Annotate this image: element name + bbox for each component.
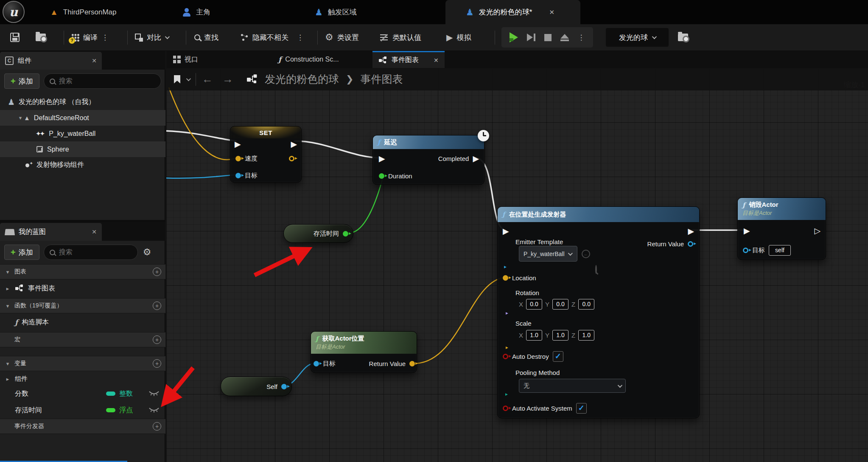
close-panel-icon[interactable]: ✕ [92, 228, 97, 235]
asset-tab-protagonist[interactable]: 主角 [162, 0, 294, 24]
auto-activate-checkbox[interactable]: ✓ [576, 403, 587, 414]
float-pin-icon[interactable] [343, 231, 348, 237]
debug-browse-button[interactable] [678, 24, 688, 51]
close-tab-icon[interactable]: ✕ [434, 57, 439, 64]
tab-viewport[interactable]: 视口 [167, 51, 204, 68]
unreal-logo-icon[interactable]: u [3, 1, 25, 23]
float-pin-icon[interactable] [289, 156, 294, 161]
hide-unrelated-options-icon[interactable]: ⋮ [297, 33, 304, 42]
chevron-down-icon[interactable] [186, 76, 191, 81]
play-options-icon[interactable]: ⋮ [578, 33, 585, 42]
tab-my-blueprint[interactable]: 我的蓝图 ✕ [0, 223, 102, 241]
exec-in-pin[interactable]: ▶ [744, 225, 750, 236]
variable-type-pill-int[interactable] [106, 392, 115, 396]
tab-construction-script[interactable]: ƒ Construction Sc... [272, 51, 345, 68]
component-row-projectile-movement[interactable]: 发射物移动组件 [0, 157, 165, 173]
node-self[interactable]: Self [221, 377, 292, 396]
add-event-dispatcher-icon[interactable]: + [153, 422, 161, 431]
section-functions[interactable]: ▾ 函数（19可覆盖） + [0, 298, 165, 313]
blueprint-settings-gear-icon[interactable]: ⚙ [143, 248, 151, 257]
pin-speed[interactable]: 速度 [235, 153, 258, 164]
pin-return-value[interactable]: Return Value [369, 358, 415, 369]
asset-tab-thirdpersonmap[interactable]: ▲ ThirdPersonMap [30, 0, 162, 24]
bookmark-icon[interactable] [174, 75, 180, 84]
wire-set-to-delay[interactable] [294, 141, 383, 158]
find-button[interactable]: 查找 [194, 24, 218, 51]
section-macros[interactable]: 宏 + [0, 332, 165, 347]
object-pin-icon[interactable] [688, 241, 693, 247]
class-defaults-button[interactable]: 类默认值 [380, 24, 421, 51]
breadcrumb-root[interactable]: 发光的粉色的球 [265, 72, 339, 86]
row-construction-script[interactable]: ƒ 构造脚本 [0, 314, 165, 330]
exec-out-pin[interactable]: ▷ [814, 225, 820, 236]
scale-x-input[interactable]: 1.0 [526, 330, 542, 341]
wire-exec-in-set[interactable] [166, 131, 237, 141]
components-search-input[interactable] [59, 77, 155, 85]
object-pin-icon[interactable] [743, 248, 748, 253]
pin-target[interactable]: 目标 [235, 170, 258, 181]
object-pin-icon[interactable] [235, 173, 241, 178]
add-blueprint-item-button[interactable]: + 添加 [4, 245, 39, 260]
vector-pin-icon[interactable] [503, 275, 508, 281]
rotation-y-input[interactable]: 0.0 [552, 299, 568, 310]
pin-location[interactable]: Location [503, 272, 536, 283]
node-delay[interactable]: ƒ 延迟 ▶ Completed ▶ Duration [372, 135, 484, 185]
wire-speed[interactable] [169, 87, 238, 160]
add-variable-icon[interactable]: + [153, 359, 161, 368]
add-macro-icon[interactable]: + [153, 335, 161, 344]
pin-return-value[interactable]: Return Value [647, 238, 693, 249]
exec-in-pin[interactable]: ▶ [379, 153, 385, 164]
row-event-graph[interactable]: ▸ 事件图表 [0, 280, 165, 296]
node-get-actor-location[interactable]: ƒ 获取Actor位置 目标是Actor 目标 Return Value [311, 331, 417, 373]
exec-out-pin[interactable]: ▶ [688, 225, 694, 237]
bool-pin-icon[interactable] [503, 406, 508, 411]
emitter-template-dropdown[interactable]: P_ky_waterBall [519, 246, 577, 262]
tab-components[interactable]: C 组件 ✕ [0, 52, 102, 70]
component-row-self[interactable]: ♟ 发光的粉色的球 （自我） [0, 94, 165, 110]
caret-down-icon[interactable]: ▾ [4, 361, 11, 367]
myblueprint-search-input[interactable] [59, 248, 132, 256]
section-event-dispatchers[interactable]: 事件分发器 + [0, 419, 165, 434]
rotation-x-input[interactable]: 0.0 [526, 299, 542, 310]
caret-down-icon[interactable]: ▾ [4, 303, 11, 309]
rotation-z-input[interactable]: 0.0 [578, 299, 594, 310]
section-variables[interactable]: ▾ 变量 + [0, 356, 165, 371]
node-spawn-emitter-at-location[interactable]: ƒ 在位置处生成发射器 ▶ ▶ Emitter Template P_ky_wa… [497, 206, 700, 418]
wire-lifetime-to-duration[interactable] [351, 177, 383, 233]
eye-closed-icon[interactable] [148, 407, 160, 414]
back-arrow-icon[interactable]: ← [202, 73, 213, 86]
reset-to-default-icon[interactable]: ← [582, 250, 590, 258]
diff-button[interactable]: 对比 [135, 24, 168, 51]
class-settings-button[interactable]: ⚙ 类设置 [325, 24, 359, 51]
variable-type-pill-float[interactable] [106, 408, 115, 412]
close-panel-icon[interactable]: ✕ [92, 57, 97, 64]
stop-button[interactable] [544, 34, 552, 41]
components-search[interactable] [44, 73, 161, 89]
eye-closed-icon[interactable] [148, 390, 160, 397]
browse-asset-button[interactable] [36, 24, 46, 51]
debug-object-dropdown[interactable]: 发光的球 [606, 28, 669, 47]
node-get-lifetime[interactable]: 存活时间 [283, 224, 353, 243]
node-destroy-actor[interactable]: ƒ 销毁Actor 目标是Actor ▶ ▷ 目标 self [737, 197, 826, 260]
pooling-method-dropdown[interactable]: 无 [519, 379, 626, 393]
eject-button[interactable] [560, 34, 569, 41]
row-variable-lifetime[interactable]: 存活时间 浮点 [0, 402, 165, 418]
wire-location[interactable] [416, 277, 506, 363]
component-row-defaultsceneroot[interactable]: ▾ ▲ DefaultSceneRoot [0, 110, 165, 126]
browse-to-asset-icon[interactable] [595, 265, 597, 274]
row-components-category[interactable]: ▸ 组件 [0, 372, 165, 386]
add-function-icon[interactable]: + [153, 301, 161, 310]
forward-arrow-icon[interactable]: → [222, 73, 233, 86]
object-pin-icon[interactable] [314, 361, 319, 366]
scale-z-input[interactable]: 1.0 [578, 330, 594, 341]
breadcrumb-current[interactable]: 事件图表 [360, 72, 403, 86]
pin-target[interactable]: 目标 self [743, 245, 791, 256]
pin-auto-activate-system[interactable]: Auto Activate System ✓ [503, 403, 587, 414]
myblueprint-search[interactable] [44, 245, 138, 260]
vector-pin-icon[interactable] [409, 361, 415, 366]
save-button[interactable] [10, 24, 20, 51]
caret-right-icon[interactable]: ▸ [4, 285, 11, 292]
pin-target[interactable]: 目标 [314, 358, 336, 369]
component-row-sphere[interactable]: Sphere [0, 141, 165, 157]
exec-in-pin[interactable]: ▶ [503, 225, 509, 237]
